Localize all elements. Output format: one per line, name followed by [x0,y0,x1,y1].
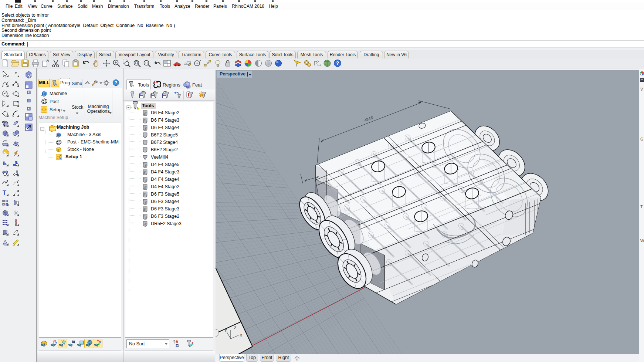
svg-text:?: ? [115,80,117,85]
svg-text:y: y [224,327,227,332]
svg-text:Z: Z [176,344,178,348]
svg-text:z: z [234,325,236,330]
svg-text:x: x [240,332,243,338]
svg-text:?: ? [336,60,339,66]
svg-text:A: A [176,340,178,344]
svg-text:T: T [3,190,6,196]
